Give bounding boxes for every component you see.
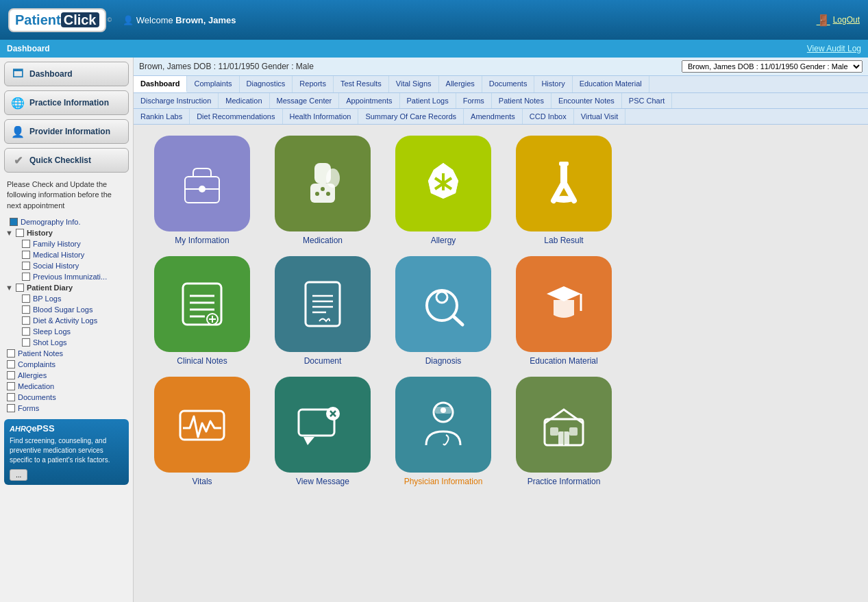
social-history-checkbox [22,262,30,270]
tab-documents[interactable]: Documents [482,76,535,92]
sidebar-dashboard-btn[interactable]: 🗔 Dashboard [4,62,129,86]
my-information-icon [154,136,250,231]
welcome-prefix: Welcome [136,15,173,25]
tree-bp-logs[interactable]: BP Logs [0,293,133,304]
patient-info: Brown, James DOB : 11/01/1950 Gender : M… [139,62,314,71]
tree-patient-diary[interactable]: ▼ Patient Diary [0,282,133,293]
grid-item-diagnosis[interactable]: Diagnosis [388,256,498,366]
education-material-label: Education Material [530,356,597,366]
tab-encounter-notes[interactable]: Encounter Notes [551,93,622,108]
demography-checkbox[interactable] [10,218,18,226]
documents-label: Documents [18,393,56,401]
tab-test-results[interactable]: Test Results [334,76,389,92]
grid-item-practice-info[interactable]: Practice Information [509,377,619,486]
diagnosis-icon [395,256,491,352]
tree-forms[interactable]: Forms [0,403,133,414]
grid-item-view-message[interactable]: View Message [268,377,377,486]
sidebar-practice-btn[interactable]: 🌐 Practice Information [4,90,129,115]
tab-forms[interactable]: Forms [456,93,492,108]
header: PatientClick © 👤 Welcome Brown, James 🚪 … [0,0,868,40]
sidebar-checklist-btn[interactable]: ✔ Quick Checklist [4,148,129,173]
svg-rect-45 [550,427,558,436]
tab-appointments[interactable]: Appointments [339,93,399,108]
logo-copyright: © [108,16,112,23]
grid-item-allergy[interactable]: Allergy [388,136,498,245]
grid-item-vitals[interactable]: Vitals [147,377,257,486]
tab-history[interactable]: History [534,76,572,92]
provider-icon: 👤 [10,124,25,139]
ahrq-box: AHRQePSS Find screening, counseling, and… [4,419,129,485]
tab-diagnostics[interactable]: Diagnostics [240,76,293,92]
tree-patient-notes[interactable]: Patient Notes [0,348,133,359]
tab-patient-logs[interactable]: Patient Logs [400,93,456,108]
diary-label: Patient Diary [27,284,73,292]
tab-summary-of-care-records[interactable]: Summary Of Care Records [358,109,464,124]
grid-item-education-material[interactable]: Education Material [509,256,619,366]
tab-ccd-inbox[interactable]: CCD Inbox [523,109,574,124]
grid-item-my-information[interactable]: My Information [147,136,257,245]
tab-virtual-visit[interactable]: Virtual Visit [574,109,626,124]
ahrq-button[interactable]: ... [10,469,27,481]
grid-item-physician-info[interactable]: Physician Information [388,377,498,486]
logo-patient: Patient [15,12,61,27]
tab-education-material[interactable]: Education Material [573,76,649,92]
tree-social-history[interactable]: Social History [0,260,133,271]
tab-dashboard[interactable]: Dashboard [134,76,187,92]
tab-message-center[interactable]: Message Center [270,93,340,108]
family-history-checkbox [22,240,30,248]
tree-sleep-logs[interactable]: Sleep Logs [0,326,133,337]
tab-reports[interactable]: Reports [293,76,334,92]
tab-row-1: DashboardComplaintsDiagnosticsReportsTes… [134,76,868,93]
tab-allergies[interactable]: Allergies [439,76,482,92]
tab-patient-notes[interactable]: Patient Notes [492,93,551,108]
layout: 🗔 Dashboard 🌐 Practice Information 👤 Pro… [0,58,868,602]
audit-log-link[interactable]: View Audit Log [807,44,861,53]
grid-item-lab-result[interactable]: Lab Result [509,136,619,245]
grid-item-medication[interactable]: Medication [268,136,377,245]
tab-amendments[interactable]: Amendments [464,109,523,124]
sidebar-practice-label: Practice Information [29,98,109,108]
tab-diet-recommendations[interactable]: Diet Recommendations [190,109,282,124]
medical-history-label: Medical History [33,251,84,259]
sidebar-provider-btn[interactable]: 👤 Provider Information [4,119,129,144]
allergies-checkbox [7,371,15,379]
svg-point-31 [436,292,447,303]
sub-dashboard-link[interactable]: Dashboard [7,44,50,53]
tab-psc-chart[interactable]: PSC Chart [622,93,673,108]
logo-box: PatientClick [8,8,106,32]
user-name: Brown, James [175,15,236,25]
tree-documents[interactable]: Documents [0,392,133,403]
patient-selector[interactable]: Brown, James DOB : 11/01/1950 Gender : M… [682,60,863,73]
allergies-label: Allergies [18,371,47,379]
physician-info-icon [395,377,491,473]
tree-shot-logs[interactable]: Shot Logs [0,337,133,348]
tree-allergies[interactable]: Allergies [0,370,133,381]
tab-discharge-instruction[interactable]: Discharge Instruction [134,93,219,108]
grid-item-document[interactable]: Document [268,256,377,366]
welcome-text: 👤 Welcome Brown, James [123,15,236,25]
tab-health-information[interactable]: Health Information [283,109,359,124]
tree-medication[interactable]: Medication [0,381,133,392]
grid-item-clinical-notes[interactable]: Clinical Notes [147,256,257,366]
tree-family-history[interactable]: Family History [0,238,133,249]
tab-row-3: Rankin LabsDiet RecommendationsHealth In… [134,109,868,125]
logout-button[interactable]: 🚪 LogOut [817,14,860,27]
tab-medication[interactable]: Medication [219,93,269,108]
sleep-checkbox [22,327,30,336]
svg-marker-39 [303,437,314,445]
svg-rect-13 [559,162,569,166]
tab-complaints[interactable]: Complaints [187,76,239,92]
blood-sugar-label: Blood Sugar Logs [33,305,92,314]
tree-demography[interactable]: Demography Info. [0,216,133,227]
tree-history[interactable]: ▼ History [0,227,133,238]
tab-vital-signs[interactable]: Vital Signs [389,76,439,92]
document-label: Document [304,356,342,366]
svg-point-7 [326,192,330,196]
tree-medical-history[interactable]: Medical History [0,249,133,260]
tree-diet-activity[interactable]: Diet & Activity Logs [0,315,133,326]
tree-complaints[interactable]: Complaints [0,359,133,370]
tree-immunization[interactable]: Previous Immunizati... [0,271,133,282]
tab-rankin-labs[interactable]: Rankin Labs [134,109,190,124]
tree-blood-sugar[interactable]: Blood Sugar Logs [0,304,133,315]
sidebar-dashboard-label: Dashboard [29,69,73,79]
